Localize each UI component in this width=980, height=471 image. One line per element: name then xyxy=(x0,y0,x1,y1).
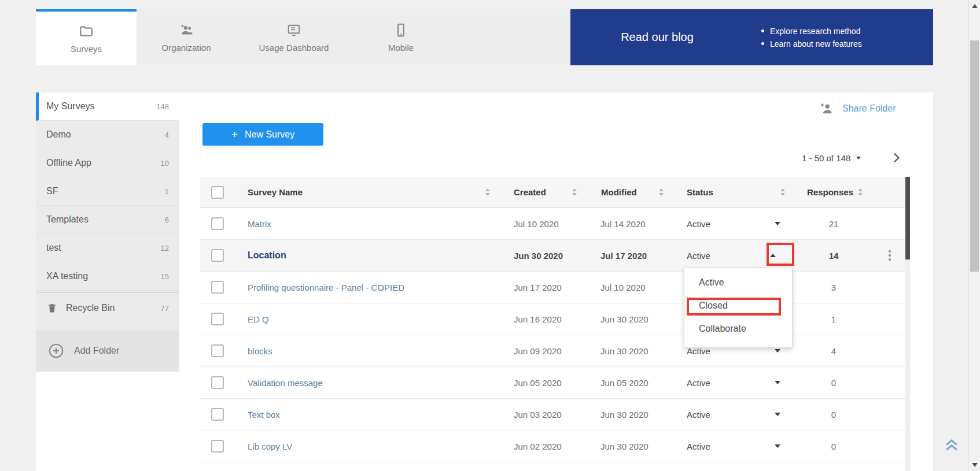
add-folder-label: Add Folder xyxy=(74,346,119,356)
pagination-range-dropdown[interactable]: 1 - 50 of 148 xyxy=(802,151,861,164)
survey-name-link[interactable]: Lib copy LV xyxy=(248,442,292,451)
sidebar-item-xa-testing[interactable]: XA testing 15 xyxy=(36,262,179,291)
status-dropdown-caret[interactable] xyxy=(775,413,780,416)
survey-name-link[interactable]: Location xyxy=(248,250,286,261)
status-dropdown-caret-open[interactable] xyxy=(770,254,776,257)
sidebar-item-templates[interactable]: Templates 6 xyxy=(36,206,179,234)
scroll-to-top-icon[interactable] xyxy=(943,435,960,454)
new-survey-label: New Survey xyxy=(245,129,294,140)
folder-count: 4 xyxy=(165,131,169,139)
row-checkbox[interactable] xyxy=(211,217,224,230)
folder-count: 6 xyxy=(165,216,169,224)
survey-name-link[interactable]: Text box xyxy=(248,410,280,420)
sort-icon[interactable] xyxy=(659,188,664,196)
survey-name-link[interactable]: blocks xyxy=(248,346,272,356)
status-value: Active xyxy=(687,410,710,420)
sidebar-spacer xyxy=(36,323,179,330)
responses-count: 1 xyxy=(793,314,874,324)
row-checkbox[interactable] xyxy=(211,344,224,357)
sidebar-item-sf[interactable]: SF 1 xyxy=(36,177,179,206)
pagination-next-button[interactable] xyxy=(889,150,904,165)
row-checkbox[interactable] xyxy=(211,249,224,262)
status-value: Active xyxy=(687,378,710,388)
modified-date: Jul 17 2020 xyxy=(585,251,672,261)
sort-icon[interactable] xyxy=(858,188,863,196)
status-dropdown-caret[interactable] xyxy=(775,222,780,225)
row-checkbox[interactable] xyxy=(211,440,224,453)
sidebar-item-recycle-bin[interactable]: Recycle Bin 77 xyxy=(36,293,179,323)
status-option-collaborate[interactable]: Collaborate xyxy=(684,317,792,340)
modified-date: Jun 05 2020 xyxy=(585,378,672,388)
sidebar-item-offline-app[interactable]: Offline App 10 xyxy=(36,149,179,177)
status-dropdown-caret[interactable] xyxy=(775,349,780,353)
table-scrollbar-thumb[interactable] xyxy=(905,177,910,259)
modified-date: Jun 30 2020 xyxy=(585,410,672,420)
status-value: Active xyxy=(687,219,710,229)
responses-count: 3 xyxy=(793,283,874,292)
blog-banner[interactable]: Read our blog Explore research method Le… xyxy=(570,9,933,65)
status-option-closed[interactable]: Closed xyxy=(684,294,792,317)
column-header-created[interactable]: Created xyxy=(498,187,585,197)
sidebar-item-test[interactable]: test 12 xyxy=(36,234,179,262)
surveys-table: Survey Name Created Modified Status Resp… xyxy=(200,177,905,470)
column-header-modified[interactable]: Modified xyxy=(585,187,672,197)
status-value: Active xyxy=(687,251,710,261)
table-row: blocks Jun 09 2020 Jun 30 2020 Active 4 xyxy=(200,335,905,367)
new-survey-button[interactable]: + New Survey xyxy=(202,123,323,146)
add-folder-button[interactable]: Add Folder xyxy=(36,330,179,372)
row-actions-kebab-icon[interactable] xyxy=(874,250,905,261)
page-scrollbar[interactable] xyxy=(968,0,980,471)
share-folder-button[interactable]: Share Folder xyxy=(819,101,896,116)
page-scrollbar-thumb[interactable] xyxy=(970,40,979,272)
survey-name-link[interactable]: Matrix xyxy=(248,219,271,229)
status-dropdown-caret[interactable] xyxy=(775,381,780,384)
row-checkbox[interactable] xyxy=(211,313,224,325)
blog-banner-title[interactable]: Read our blog xyxy=(570,31,744,44)
share-person-add-icon xyxy=(819,101,834,116)
row-checkbox[interactable] xyxy=(211,376,224,389)
table-header-row: Survey Name Created Modified Status Resp… xyxy=(200,177,905,208)
add-circle-icon xyxy=(47,342,65,359)
column-header-survey-name[interactable]: Survey Name xyxy=(235,187,498,197)
folder-count: 148 xyxy=(156,102,169,111)
row-checkbox[interactable] xyxy=(211,408,224,421)
modified-date: Jun 30 2020 xyxy=(585,314,672,324)
created-date: Jul 10 2020 xyxy=(498,219,585,229)
status-option-active[interactable]: Active xyxy=(684,271,792,294)
scrollbar-up-arrow-icon[interactable] xyxy=(972,4,978,8)
partial-row xyxy=(200,462,905,470)
banner-bullet: Learn about new features xyxy=(761,39,862,49)
share-folder-label: Share Folder xyxy=(842,103,896,114)
plus-icon: + xyxy=(231,128,238,141)
status-dropdown-caret[interactable] xyxy=(775,444,780,448)
folder-label: Templates xyxy=(46,214,89,225)
table-scrollbar[interactable] xyxy=(905,177,910,471)
scrollbar-down-arrow-icon[interactable] xyxy=(972,463,978,467)
column-header-status[interactable]: Status xyxy=(672,187,793,197)
recycle-bin-label: Recycle Bin xyxy=(66,303,115,313)
table-row: ED Q Jun 16 2020 Jun 30 2020 Active 1 xyxy=(200,303,905,335)
sidebar-item-my-surveys[interactable]: My Surveys 148 xyxy=(36,92,179,121)
tab-surveys[interactable]: Surveys xyxy=(36,9,137,65)
folder-count: 15 xyxy=(161,272,169,281)
tab-label: Surveys xyxy=(71,44,102,54)
survey-name-link[interactable]: Validation message xyxy=(248,378,323,388)
tab-mobile[interactable]: Mobile xyxy=(352,9,450,65)
modified-date: Jun 30 2020 xyxy=(585,346,672,356)
column-header-responses[interactable]: Responses xyxy=(793,187,874,197)
sort-icon[interactable] xyxy=(780,188,785,196)
survey-name-link[interactable]: ED Q xyxy=(248,314,269,324)
blog-banner-bullets: Explore research method Learn about new … xyxy=(761,23,862,52)
tab-organization[interactable]: Organization xyxy=(137,9,236,65)
sort-icon[interactable] xyxy=(572,188,577,196)
row-checkbox[interactable] xyxy=(211,281,224,294)
select-all-checkbox[interactable] xyxy=(211,186,224,199)
folder-label: My Surveys xyxy=(46,101,95,112)
status-dropdown-menu: Active Closed Collaborate xyxy=(684,268,793,348)
survey-name-link[interactable]: Profiling questionnaire - Panel - COPIED xyxy=(248,283,404,292)
created-date: Jun 02 2020 xyxy=(498,442,585,451)
trash-icon xyxy=(46,302,58,314)
sort-icon[interactable] xyxy=(485,188,490,196)
sidebar-item-demo[interactable]: Demo 4 xyxy=(36,121,179,149)
tab-usage-dashboard[interactable]: Usage Dashboard xyxy=(236,9,352,65)
